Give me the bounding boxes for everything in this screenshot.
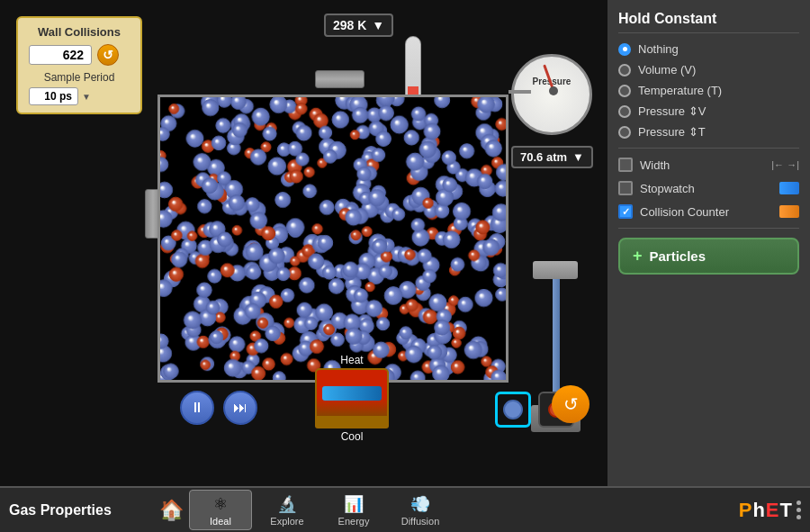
pause-button[interactable]: ⏸ [180, 391, 214, 425]
tab-diffusion-label: Diffusion [401, 516, 440, 527]
radio-pressure-v[interactable]: Pressure ⇕V [618, 104, 799, 118]
collision-value: 622 [29, 45, 92, 65]
reset-collision-button[interactable]: ↺ [97, 44, 119, 66]
phet-dots [796, 500, 801, 519]
radio-pressure-v-label: Pressure ⇕V [638, 104, 706, 118]
phet-e: E [766, 499, 778, 522]
phet-dot-1 [796, 500, 801, 505]
pump-handle[interactable] [533, 261, 578, 279]
reload-icon: ↺ [563, 393, 579, 415]
sample-period-arrow[interactable]: ▼ [82, 92, 91, 102]
heat-base [315, 418, 389, 428]
svg-point-0 [504, 401, 522, 419]
plus-icon: + [633, 247, 643, 266]
checkbox-width[interactable]: Width |← →| [618, 158, 799, 172]
home-button[interactable]: 🏠 [153, 492, 189, 528]
radio-nothing[interactable]: Nothing [618, 42, 799, 56]
checkbox-stopwatch[interactable]: Stopwatch [618, 181, 799, 195]
temperature-display[interactable]: 298 K ▼ [324, 14, 393, 37]
tab-ideal[interactable]: ⚛ Ideal [189, 490, 252, 530]
divider-1 [618, 148, 799, 149]
step-button[interactable]: ⏭ [223, 391, 257, 425]
tab-energy-label: Energy [338, 516, 370, 527]
phet-logo: P h E T [739, 499, 801, 522]
radio-nothing-circle[interactable] [618, 43, 631, 56]
pump-rod [553, 279, 560, 405]
heat-label: Heat [315, 354, 389, 366]
radio-pressure-t[interactable]: Pressure ⇕T [618, 125, 799, 139]
radio-pressure-t-label: Pressure ⇕T [638, 125, 706, 139]
pressure-arrow[interactable]: ▼ [572, 150, 584, 164]
tab-explore[interactable]: 🔬 Explore [256, 490, 319, 530]
radio-temperature[interactable]: Temperature (T) [618, 84, 799, 97]
radio-volume[interactable]: Volume (V) [618, 63, 799, 77]
gauge-circle: Pressure [511, 54, 592, 135]
radio-volume-circle[interactable] [618, 64, 631, 77]
energy-icon: 📊 [344, 494, 364, 514]
phet-p: P [739, 499, 752, 522]
width-label: Width [640, 158, 764, 172]
simulation-area: Wall Collisions 622 ↺ Sample Period 10 p… [0, 0, 608, 486]
phet-t: T [780, 499, 791, 522]
radio-pressure-v-circle[interactable] [618, 105, 631, 118]
tab-ideal-label: Ideal [210, 516, 231, 527]
particle-canvas [160, 97, 506, 380]
cool-label: Cool [315, 430, 389, 443]
pause-icon: ⏸ [190, 400, 204, 416]
phet-dot-2 [796, 508, 801, 512]
radio-temperature-circle[interactable] [618, 85, 631, 97]
radio-volume-label: Volume (V) [638, 63, 696, 77]
stopwatch-checkbox[interactable] [618, 181, 633, 195]
playback-controls: ⏸ ⏭ [180, 391, 257, 425]
particle-type-1-icon [500, 397, 526, 422]
sample-period-label: Sample Period [29, 71, 130, 84]
temperature-arrow[interactable]: ▼ [372, 18, 384, 32]
step-icon: ⏭ [233, 400, 248, 416]
heat-box[interactable] [315, 368, 389, 418]
hold-constant-title: Hold Constant [618, 11, 799, 33]
collision-counter-checkbox[interactable] [618, 204, 633, 219]
reload-button[interactable]: ↺ [552, 385, 590, 423]
heat-slider[interactable] [322, 386, 382, 401]
tab-energy[interactable]: 📊 Energy [322, 490, 385, 530]
ideal-icon: ⚛ [213, 494, 228, 514]
radio-nothing-label: Nothing [638, 42, 679, 56]
pressure-gauge: Pressure [511, 54, 597, 140]
bottom-nav: Gas Properties 🏠 ⚛ Ideal 🔬 Explore 📊 Ene… [0, 486, 810, 532]
width-icon: |← →| [771, 159, 799, 170]
pressure-line [508, 90, 531, 94]
diffusion-icon: 💨 [410, 494, 430, 514]
explore-icon: 🔬 [277, 494, 297, 514]
stopwatch-icon [779, 182, 799, 194]
particle-type-1-button[interactable] [495, 392, 531, 428]
collision-counter-label: Collision Counter [640, 205, 772, 219]
wall-collisions-title: Wall Collisions [29, 25, 130, 39]
phet-dot-3 [796, 515, 801, 519]
particles-label: Particles [650, 248, 706, 264]
temperature-value: 298 K [333, 18, 366, 32]
radio-temperature-label: Temperature (T) [638, 84, 722, 97]
checkbox-collision-counter[interactable]: Collision Counter [618, 204, 799, 219]
right-panel: Hold Constant Nothing Volume (V) Tempera… [608, 0, 810, 486]
heat-cool-control[interactable]: Heat Cool [315, 354, 389, 443]
app-title: Gas Properties [9, 502, 153, 518]
nav-tabs: ⚛ Ideal 🔬 Explore 📊 Energy 💨 Diffusion [189, 490, 739, 530]
wall-collisions-panel: Wall Collisions 622 ↺ Sample Period 10 p… [16, 16, 142, 114]
divider-2 [618, 228, 799, 229]
gas-container [158, 95, 508, 383]
pump[interactable] [531, 261, 580, 459]
tab-explore-label: Explore [270, 516, 303, 527]
tab-diffusion[interactable]: 💨 Diffusion [389, 490, 452, 530]
stopwatch-label: Stopwatch [640, 182, 772, 195]
pressure-value: 70.6 atm [520, 150, 567, 164]
width-checkbox[interactable] [618, 158, 633, 172]
particles-button[interactable]: + Particles [618, 238, 799, 275]
top-handle[interactable] [315, 70, 364, 88]
pressure-display[interactable]: 70.6 atm ▼ [511, 146, 593, 168]
sample-period-value: 10 ps [29, 87, 78, 105]
radio-pressure-t-circle[interactable] [618, 126, 631, 139]
counter-icon [779, 205, 799, 218]
gauge-center [549, 86, 558, 95]
phet-h: h [752, 499, 763, 522]
